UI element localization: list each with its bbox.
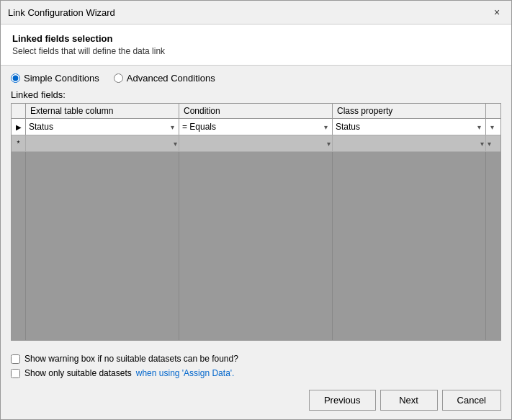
footer-checkboxes: Show warning box if no suitable datasets… bbox=[1, 348, 511, 384]
row1-condition-col[interactable]: = Equals ▾ bbox=[179, 119, 333, 135]
header-section: Linked fields selection Select fields th… bbox=[1, 24, 511, 66]
simple-conditions-radio[interactable]: Simple Conditions bbox=[11, 73, 99, 84]
previous-button[interactable]: Previous bbox=[309, 390, 376, 411]
table-empty-area bbox=[12, 152, 500, 340]
row1-class-col[interactable]: Status ▾ bbox=[333, 119, 486, 135]
header-subtitle: Select fields that will define the data … bbox=[12, 46, 500, 56]
new-row-extra-dropdown[interactable]: ▾ bbox=[486, 140, 493, 148]
row1-extra-dropdown[interactable]: ▾ bbox=[489, 123, 495, 131]
col-actions bbox=[486, 104, 500, 118]
advanced-conditions-input[interactable] bbox=[114, 73, 123, 83]
row1-external-col[interactable]: Status ▾ bbox=[26, 119, 179, 135]
checkbox-1-input[interactable] bbox=[11, 354, 20, 364]
col-class-property: Class property bbox=[333, 104, 486, 118]
row1-class-dropdown[interactable]: ▾ bbox=[476, 123, 482, 131]
new-row-indicator: * bbox=[12, 135, 26, 151]
title-bar: Link Configuration Wizard × bbox=[1, 1, 511, 24]
new-row-external[interactable]: ▾ bbox=[26, 135, 179, 151]
advanced-conditions-radio[interactable]: Advanced Conditions bbox=[114, 73, 215, 84]
new-row-condition-dropdown[interactable]: ▾ bbox=[325, 140, 332, 148]
table-row: ▶ Status ▾ = Equals ▾ Status ▾ ▾ bbox=[12, 119, 500, 135]
gray-col-2 bbox=[179, 152, 333, 340]
dialog-title: Link Configuration Wizard bbox=[8, 7, 115, 18]
row1-external-text: Status bbox=[29, 122, 169, 132]
cancel-button[interactable]: Cancel bbox=[442, 390, 501, 411]
checkbox-2-text-highlight: when using 'Assign Data'. bbox=[136, 368, 235, 378]
linked-fields-label: Linked fields: bbox=[11, 89, 501, 100]
col-indicator bbox=[12, 104, 26, 118]
row-indicator-1: ▶ bbox=[12, 119, 26, 135]
advanced-conditions-label: Advanced Conditions bbox=[127, 73, 215, 84]
simple-conditions-label: Simple Conditions bbox=[24, 73, 99, 84]
checkbox-2-label[interactable]: Show only suitable datasets when using '… bbox=[11, 368, 501, 378]
new-row-class-dropdown[interactable]: ▾ bbox=[479, 140, 485, 148]
gray-col-1 bbox=[26, 152, 179, 340]
col-condition: Condition bbox=[179, 104, 333, 118]
new-row-extra: ▾ bbox=[486, 135, 500, 151]
col-external-table: External table column bbox=[26, 104, 179, 118]
simple-conditions-input[interactable] bbox=[11, 73, 20, 83]
linked-fields-table: External table column Condition Class pr… bbox=[11, 103, 501, 341]
checkbox-1-label[interactable]: Show warning box if no suitable datasets… bbox=[11, 354, 501, 364]
radio-group: Simple Conditions Advanced Conditions bbox=[11, 73, 501, 84]
checkbox-2-text-start: Show only suitable datasets bbox=[24, 368, 132, 378]
header-title: Linked fields selection bbox=[12, 33, 500, 44]
new-row-external-dropdown[interactable]: ▾ bbox=[172, 140, 179, 148]
row1-class-text: Status bbox=[336, 122, 476, 132]
gray-col-0 bbox=[12, 152, 26, 340]
dialog: Link Configuration Wizard × Linked field… bbox=[0, 0, 512, 420]
new-row-class[interactable]: ▾ bbox=[333, 135, 486, 151]
row1-external-dropdown[interactable]: ▾ bbox=[169, 123, 176, 131]
gray-col-4 bbox=[486, 152, 500, 340]
row1-extra-col: ▾ bbox=[486, 119, 500, 135]
close-icon: × bbox=[494, 6, 500, 18]
row1-condition-dropdown[interactable]: ▾ bbox=[323, 123, 329, 131]
table-header: External table column Condition Class pr… bbox=[12, 104, 500, 119]
next-button[interactable]: Next bbox=[380, 390, 438, 411]
row1-condition-text: = Equals bbox=[182, 122, 323, 132]
close-button[interactable]: × bbox=[490, 5, 504, 19]
new-row-condition[interactable]: ▾ bbox=[179, 135, 333, 151]
new-row: * ▾ ▾ ▾ ▾ bbox=[12, 135, 500, 152]
content-section: Simple Conditions Advanced Conditions Li… bbox=[1, 66, 511, 348]
checkbox-2-input[interactable] bbox=[11, 369, 20, 378]
checkbox-1-text: Show warning box if no suitable datasets… bbox=[24, 354, 238, 364]
button-row: Previous Next Cancel bbox=[1, 384, 511, 419]
gray-col-3 bbox=[333, 152, 486, 340]
